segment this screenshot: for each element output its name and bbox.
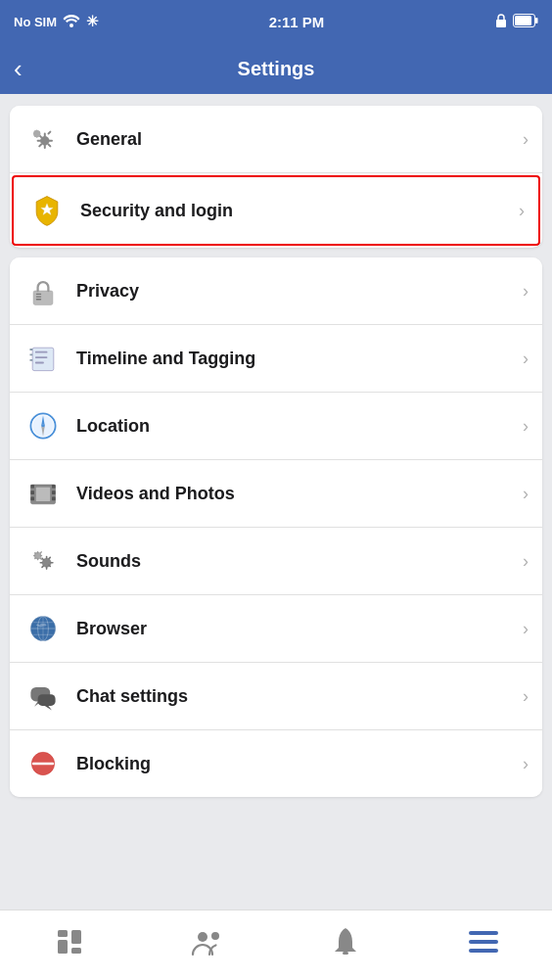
back-button[interactable]: ‹ [14,56,30,81]
gear-icon [23,119,63,159]
svg-rect-17 [35,356,48,358]
privacy-label: Privacy [76,281,515,302]
chevron-icon: › [523,754,529,774]
svg-rect-4 [535,18,538,23]
status-bar: No SIM ✳ 2:11 PM [0,0,552,43]
page-title: Settings [238,58,315,80]
chevron-icon: › [523,349,529,369]
tab-notifications[interactable] [276,926,414,964]
globe-icon [23,609,63,648]
svg-rect-49 [71,930,81,944]
sounds-icon [23,541,63,581]
privacy-icon [23,271,63,310]
nav-bar: ‹ Settings [0,43,552,94]
svg-point-51 [198,932,207,942]
svg-rect-8 [33,291,53,304]
svg-rect-56 [469,949,498,953]
svg-rect-3 [515,16,531,25]
svg-rect-12 [32,348,54,370]
settings-item-blocking[interactable]: Blocking › [10,730,542,797]
svg-point-52 [211,932,219,940]
lock-status-icon [494,13,508,31]
timeline-icon [23,339,63,378]
sounds-label: Sounds [76,551,515,572]
carrier-label: No SIM [14,15,57,29]
browser-label: Browser [76,619,515,639]
chevron-icon: › [519,201,525,221]
loading-icon: ✳ [86,13,99,30]
blocking-label: Blocking [76,754,515,774]
chevron-icon: › [523,686,529,707]
tab-menu[interactable] [414,930,552,960]
settings-content: General › Security and login › [0,94,552,897]
friends-icon [191,927,224,963]
security-login-label: Security and login [80,201,511,221]
tab-feed[interactable] [0,926,138,964]
timeline-label: Timeline and Tagging [76,349,515,369]
videos-photos-label: Videos and Photos [76,484,515,504]
menu-icon [469,930,498,960]
chevron-icon: › [523,416,529,437]
svg-rect-54 [469,931,498,935]
settings-group-2: Privacy › Timeline and Tagging › [10,257,542,797]
svg-rect-55 [469,940,498,944]
svg-rect-1 [496,20,506,27]
chevron-icon: › [523,129,529,150]
svg-point-0 [69,23,73,27]
chat-settings-label: Chat settings [76,686,515,707]
svg-rect-48 [58,940,68,954]
settings-item-videos-photos[interactable]: Videos and Photos › [10,460,542,528]
settings-item-privacy[interactable]: Privacy › [10,257,542,325]
svg-marker-44 [45,706,52,711]
tab-bar [0,910,552,980]
svg-rect-10 [36,296,41,297]
svg-rect-47 [58,930,68,937]
chevron-icon: › [523,484,529,504]
chevron-icon: › [523,281,529,302]
film-icon [23,474,63,513]
svg-rect-9 [36,294,41,295]
svg-rect-16 [35,351,48,353]
svg-rect-26 [30,490,34,494]
svg-rect-18 [35,362,44,364]
svg-rect-11 [36,299,41,300]
svg-rect-28 [52,485,56,489]
settings-item-general[interactable]: General › [10,106,542,173]
chevron-icon: › [523,551,529,572]
settings-item-sounds[interactable]: Sounds › [10,528,542,595]
status-right [494,13,538,31]
settings-item-location[interactable]: Location › [10,393,542,460]
feed-icon [54,926,85,964]
svg-rect-50 [71,948,81,954]
badge-icon [27,191,67,230]
settings-item-timeline[interactable]: Timeline and Tagging › [10,325,542,393]
compass-icon [23,406,63,445]
wifi-icon [63,14,80,30]
status-time: 2:11 PM [269,14,325,30]
bell-icon [331,926,360,964]
settings-item-security-login[interactable]: Security and login › [12,175,540,246]
settings-item-browser[interactable]: Browser › [10,595,542,663]
chat-icon [23,677,63,716]
settings-item-chat[interactable]: Chat settings › [10,663,542,730]
chevron-icon: › [523,619,529,639]
tab-friends[interactable] [138,927,276,963]
svg-rect-29 [52,490,56,494]
svg-rect-27 [30,497,34,501]
settings-group-1: General › Security and login › [10,106,542,248]
block-icon [23,744,63,783]
battery-icon [513,14,538,30]
svg-rect-30 [52,497,56,501]
svg-rect-43 [38,694,56,706]
svg-rect-53 [343,952,348,955]
location-label: Location [76,416,515,437]
general-label: General [76,129,515,150]
svg-rect-31 [36,488,50,501]
svg-rect-25 [30,485,34,489]
status-left: No SIM ✳ [14,13,99,30]
